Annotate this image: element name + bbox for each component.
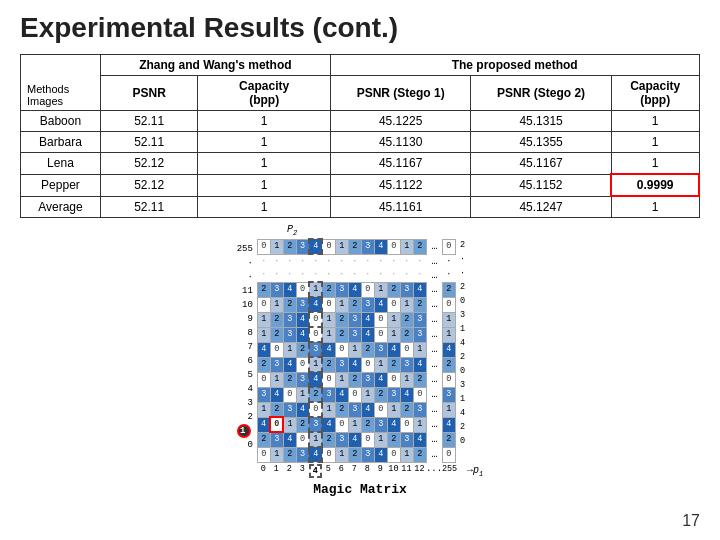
matrix-cell: 3 [400, 282, 413, 297]
matrix-cell: · [387, 254, 400, 268]
matrix-cell: 1 [296, 387, 309, 402]
zhang-wang-header: Zhang and Wang's method [100, 55, 330, 76]
matrix-cell: 2 [283, 372, 296, 387]
matrix-cell: 3 [296, 372, 309, 387]
matrix-row: ·············…· [257, 254, 455, 268]
matrix-row: 1234012340123…1 [257, 327, 455, 342]
matrix-cell: 2 [335, 402, 348, 417]
matrix-cell: · [387, 268, 400, 282]
matrix-cell: 2 [296, 417, 309, 432]
p1-arrow-label: →p1 [467, 465, 483, 478]
matrix-cell: · [348, 254, 361, 268]
matrix-cell: 3 [283, 402, 296, 417]
matrix-cell: 4 [322, 417, 335, 432]
matrix-cell: 3 [413, 312, 426, 327]
matrix-cell: 4 [374, 239, 387, 254]
matrix-cell: 1 [335, 447, 348, 462]
table-row: Baboon52.11145.122545.13151 [21, 111, 700, 132]
matrix-cell: 0 [361, 357, 374, 372]
matrix-cell: 4 [413, 432, 426, 447]
matrix-cell: 3 [270, 357, 283, 372]
matrix-cell: 1 [374, 282, 387, 297]
matrix-cell: 3 [296, 297, 309, 312]
y-label-5: 5 [237, 368, 255, 382]
matrix-cell: 0 [400, 417, 413, 432]
psnr-stego1-col-header: PSNR (Stego 1) [330, 76, 470, 111]
matrix-row: 2340123401234…2 [257, 357, 455, 372]
matrix-title: Magic Matrix [313, 482, 407, 497]
matrix-cell: · [361, 254, 374, 268]
matrix-cell: 4 [387, 342, 400, 357]
matrix-cell: 4 [309, 239, 322, 254]
matrix-cell: 1 [270, 447, 283, 462]
matrix-cell: 4 [283, 282, 296, 297]
matrix-cell: 0 [413, 387, 426, 402]
matrix-cell: 1 [309, 282, 322, 297]
table-row: Pepper52.12145.112245.11520.9999 [21, 174, 700, 196]
matrix-cell: 4 [400, 387, 413, 402]
matrix-cell: 1 [348, 417, 361, 432]
matrix-cell: 2 [413, 239, 426, 254]
y-label-10: 10 [237, 298, 255, 312]
matrix-cell: 4 [296, 312, 309, 327]
matrix-cell: 1 [322, 312, 335, 327]
matrix-cell: 1 [400, 372, 413, 387]
matrix-cell: 3 [413, 327, 426, 342]
matrix-cell: 1 [374, 432, 387, 447]
psnr-stego2-col-header: PSNR (Stego 2) [471, 76, 611, 111]
table-row: Lena52.12145.116745.11671 [21, 153, 700, 175]
y-axis-labels: 255 · · 11 10 9 8 7 6 5 4 3 2 1 0 [237, 226, 255, 452]
results-table: MethodsImages Zhang and Wang's method Th… [20, 54, 700, 218]
matrix-cell: · [413, 254, 426, 268]
matrix-cell: 2 [270, 312, 283, 327]
matrix-cell: 1 [387, 327, 400, 342]
matrix-cell: 4 [309, 447, 322, 462]
matrix-cell: 2 [400, 327, 413, 342]
matrix-cell: 2 [257, 357, 270, 372]
matrix-cell: 0 [257, 372, 270, 387]
matrix-cell: 3 [361, 239, 374, 254]
matrix-cell: 4 [413, 357, 426, 372]
matrix-row: 4012340123401…4 [257, 417, 455, 432]
matrix-cell: 2 [348, 447, 361, 462]
matrix-cell: 2 [283, 239, 296, 254]
matrix-row: 0123401234012…0 [257, 372, 455, 387]
matrix-cell: 0 [296, 282, 309, 297]
matrix-cell: 4 [374, 297, 387, 312]
page-number: 17 [682, 512, 700, 530]
matrix-cell: 3 [257, 387, 270, 402]
matrix-cell: · [322, 268, 335, 282]
matrix-cell: 1 [387, 402, 400, 417]
matrix-cell: 2 [413, 447, 426, 462]
matrix-cell: 4 [309, 372, 322, 387]
capacity2-col-header: Capacity(bpp) [611, 76, 699, 111]
matrix-cell: 0 [283, 387, 296, 402]
matrix-cell: 0 [270, 417, 283, 432]
matrix-cell: 0 [335, 342, 348, 357]
y-label-3: 3 [237, 396, 255, 410]
matrix-cell: 0 [361, 282, 374, 297]
matrix-cell: 2 [413, 297, 426, 312]
matrix-cell: 3 [361, 372, 374, 387]
matrix-cell: 0 [374, 312, 387, 327]
matrix-cell: · [400, 254, 413, 268]
matrix-cell: 3 [348, 327, 361, 342]
result-labels: 2 · · 2 0 3 1 4 2 0 3 1 4 2 0 [460, 226, 465, 448]
capacity1-col-header: Capacity(bpp) [198, 76, 331, 111]
matrix-cell: 4 [387, 417, 400, 432]
table-row: Average52.11145.116145.12471 [21, 196, 700, 218]
matrix-cell: 1 [270, 239, 283, 254]
matrix-cell: 1 [335, 297, 348, 312]
matrix-cell: 3 [374, 342, 387, 357]
matrix-cell: 1 [348, 342, 361, 357]
matrix-cell: 4 [413, 282, 426, 297]
matrix-cell: 3 [400, 432, 413, 447]
matrix-cell: 4 [257, 417, 270, 432]
matrix-cell: 1 [361, 387, 374, 402]
matrix-cell: · [335, 268, 348, 282]
proposed-header: The proposed method [330, 55, 699, 76]
matrix-cell: 2 [348, 297, 361, 312]
matrix-cell: 0 [309, 402, 322, 417]
matrix-cell: 4 [361, 402, 374, 417]
matrix-cell: · [413, 268, 426, 282]
